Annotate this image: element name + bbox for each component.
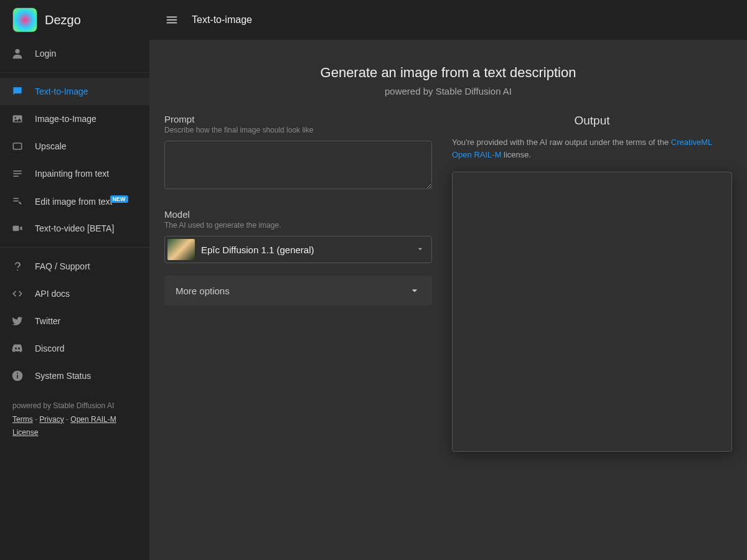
- footer-powered: powered by Stable Diffusion AI: [12, 399, 137, 413]
- license-suffix: license.: [501, 150, 531, 159]
- model-selected: Epîc Diffusion 1.1 (general): [201, 245, 415, 255]
- output-heading: Output: [452, 114, 732, 128]
- sidebar-item-label: Upscale: [35, 141, 67, 151]
- sidebar-item-label: Inpainting from text: [35, 169, 109, 179]
- brand-logo: [12, 7, 37, 32]
- sidebar-item-system-status[interactable]: System Status: [0, 362, 149, 390]
- brand-name: Dezgo: [45, 13, 81, 27]
- sidebar-item-label: FAQ / Support: [35, 261, 90, 271]
- user-icon: [10, 46, 25, 61]
- model-select[interactable]: Epîc Diffusion 1.1 (general): [164, 236, 432, 263]
- sidebar-item-twitter[interactable]: Twitter: [0, 307, 149, 335]
- sidebar-item-label: Twitter: [35, 316, 60, 326]
- new-badge: NEW: [110, 195, 128, 203]
- sidebar-item-api-docs[interactable]: API docs: [0, 280, 149, 307]
- main: Text-to-image Generate an image from a t…: [149, 0, 747, 560]
- divider: [0, 247, 149, 248]
- sidebar-item-image-to-image[interactable]: Image-to-Image: [0, 105, 149, 133]
- svg-rect-6: [13, 175, 18, 177]
- info-icon: [10, 368, 25, 383]
- brand: Dezgo: [0, 0, 149, 40]
- sidebar-item-label: System Status: [35, 371, 91, 381]
- footer-terms-link[interactable]: Terms: [12, 415, 33, 424]
- sidebar-nav-secondary: FAQ / Support API docs Twitter Discord S…: [0, 253, 149, 390]
- chat-icon: [10, 84, 25, 99]
- sidebar-item-label: Edit image from text: [35, 196, 113, 206]
- svg-rect-7: [13, 198, 18, 199]
- license-note: You're provided with the AI raw output u…: [452, 136, 732, 161]
- login-button[interactable]: Login: [0, 40, 149, 67]
- content: Generate an image from a text descriptio…: [149, 40, 747, 560]
- sidebar-item-upscale[interactable]: Upscale: [0, 133, 149, 160]
- license-prefix: You're provided with the AI raw output u…: [452, 138, 671, 147]
- sidebar-item-faq[interactable]: FAQ / Support: [0, 253, 149, 280]
- page-title: Generate an image from a text descriptio…: [164, 65, 732, 81]
- model-hint: The AI used to generate the image.: [164, 221, 432, 230]
- sidebar-item-edit-image[interactable]: Edit image from textNEW: [0, 187, 149, 215]
- login-label: Login: [35, 49, 56, 58]
- video-icon: [10, 221, 25, 236]
- svg-rect-9: [13, 226, 19, 231]
- sidebar-footer: powered by Stable Diffusion AI Terms - P…: [0, 390, 149, 450]
- hamburger-icon[interactable]: [164, 12, 179, 27]
- page-heading: Generate an image from a text descriptio…: [164, 65, 732, 96]
- sidebar-item-label: Text-to-video [BETA]: [35, 223, 114, 233]
- sidebar-item-text-to-video[interactable]: Text-to-video [BETA]: [0, 215, 149, 242]
- edit-icon: [10, 194, 25, 208]
- topbar: Text-to-image: [149, 0, 747, 40]
- list-icon: [10, 166, 25, 181]
- chevron-down-icon: [415, 244, 426, 255]
- more-options-label: More options: [176, 286, 230, 296]
- page-subtitle: powered by Stable Diffusion AI: [164, 86, 732, 96]
- model-thumbnail: [167, 239, 195, 260]
- help-icon: [10, 259, 25, 274]
- model-label: Model: [164, 209, 432, 220]
- sep: -: [64, 415, 71, 424]
- svg-rect-14: [167, 19, 177, 21]
- svg-rect-11: [17, 375, 18, 378]
- prompt-input[interactable]: [164, 141, 432, 189]
- svg-rect-5: [13, 173, 21, 174]
- sidebar: Dezgo Login Text-to-Image Image-to-Image…: [0, 0, 149, 560]
- two-col: Prompt Describe how the final image shou…: [164, 114, 732, 452]
- svg-rect-3: [13, 143, 21, 149]
- topbar-title: Text-to-image: [192, 14, 252, 26]
- code-icon: [10, 286, 25, 301]
- footer-privacy-link[interactable]: Privacy: [39, 415, 63, 424]
- sidebar-item-inpainting[interactable]: Inpainting from text: [0, 160, 149, 187]
- svg-point-0: [15, 49, 19, 54]
- sidebar-item-text-to-image[interactable]: Text-to-Image: [0, 78, 149, 105]
- svg-rect-15: [167, 22, 177, 24]
- sidebar-item-label: API docs: [35, 289, 70, 299]
- svg-rect-12: [17, 373, 18, 374]
- input-column: Prompt Describe how the final image shou…: [164, 114, 432, 452]
- svg-rect-8: [13, 200, 18, 202]
- twitter-icon: [10, 314, 25, 329]
- prompt-hint: Describe how the final image should look…: [164, 126, 432, 134]
- sidebar-nav-primary: Text-to-Image Image-to-Image Upscale Inp…: [0, 78, 149, 242]
- sidebar-item-label: Discord: [35, 343, 64, 353]
- svg-rect-13: [167, 17, 177, 18]
- sidebar-item-label: Image-to-Image: [35, 114, 96, 124]
- sidebar-item-label: Text-to-Image: [35, 86, 88, 96]
- sidebar-item-discord[interactable]: Discord: [0, 335, 149, 362]
- output-image-box: [452, 172, 732, 452]
- divider: [0, 72, 149, 73]
- chevron-down-icon: [408, 284, 421, 297]
- output-column: Output You're provided with the AI raw o…: [452, 114, 732, 452]
- image-icon: [10, 111, 25, 126]
- svg-point-2: [14, 117, 16, 119]
- discord-icon: [10, 341, 25, 356]
- prompt-label: Prompt: [164, 114, 432, 124]
- more-options-expander[interactable]: More options: [164, 276, 432, 306]
- svg-rect-4: [13, 170, 21, 172]
- sep: -: [33, 415, 40, 424]
- aspect-icon: [10, 139, 25, 154]
